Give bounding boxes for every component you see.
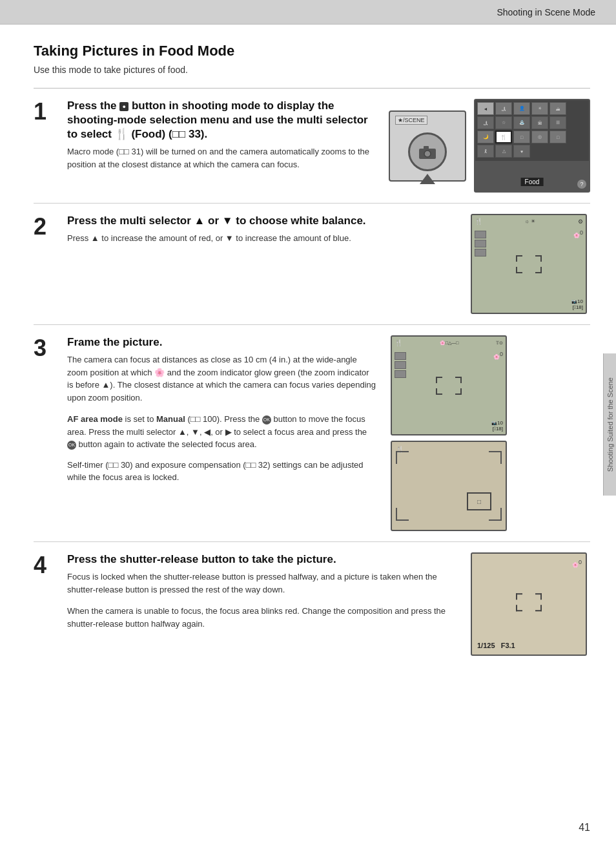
menu-cell: ◄ [477,102,494,115]
vf-bottom-2: 📷10 [𝒣18] [475,299,583,310]
step-2-content: Press the multi selector ▲ or ▼ to choos… [67,214,457,245]
step-4-body1: Focus is locked when the shutter-release… [67,571,457,596]
step-3-heading: Frame the picture. [67,335,377,350]
manual-focus-box: □ [467,492,491,510]
header-title: Shooting in Scene Mode [497,7,595,17]
wb-icons-3a: 🌸□△―□ [440,341,458,346]
viewfinder-step3b: 🍴 □ [391,441,507,531]
step-4-number: 4 [34,554,57,577]
macro-icon-4: 🌸0 [572,559,582,568]
focus-bracket-3a [436,377,462,395]
menu-row-2: 🌙 🍴 □ ◎ □ [477,131,587,143]
side-tab-text: Shooting Suited for the Scene [606,377,614,472]
step-4-heading: Press the shutter-release button to take… [67,552,457,567]
camera-button-icon: ● [119,102,128,111]
food-icon-vf: 🍴 [475,218,482,225]
step-1-content: Press the ● button in shooting mode to d… [67,99,378,171]
menu-cell: ☰ [549,116,566,129]
image-size-icon-3a: 📷 [491,421,497,425]
main-content: Taking Pictures in Food Mode Use this mo… [0,25,616,849]
sidebar-icon [395,361,406,369]
sidebar-icon [475,240,486,247]
menu-cell: 🏞 [477,116,494,129]
focus-area-center-4 [516,593,542,611]
camera-svg [418,144,437,160]
menu-cell: 🏞 [495,102,512,115]
viewfinder-step2: 🍴 ☼ ☀ ⚙ 🌸0 [471,214,587,314]
macro-icon-3a: 🌸0 [493,351,503,360]
menu-cell: ⛲ [513,116,530,129]
menu-cell: ⛰ [549,102,566,115]
gear-icon-vf: ⚙ [578,218,583,225]
left-sidebar-2 [475,231,486,257]
step-1-heading: Press the ● button in shooting mode to d… [67,99,378,142]
menu-cell: □ [513,131,530,143]
menu-cell: ☀ [531,102,548,115]
wb-icons: ☼ ☀ [525,218,536,224]
sidebar-icon [395,370,406,378]
step-1-body: Macro mode (□□ 31) will be turned on and… [67,145,378,171]
focus-area-center-2 [516,255,542,273]
menu-cell: ◎ [531,131,548,143]
focus-bracket-4 [516,593,542,611]
subtitle: Use this mode to take pictures of food. [34,65,590,75]
viewfinder-step3a: 🍴 🌸□△―□ 𝕋⊙ 🌸0 [391,335,507,435]
sidebar-icon [475,249,486,257]
menu-grid-container: ◄ 🏞 👤 ☀ ⛰ 🏞 ☆ ⛲ 🏛 ☰ [475,100,589,161]
menu-cell: 🎗 [477,145,494,158]
svg-rect-2 [424,146,429,149]
header-bar: Shooting in Scene Mode [0,0,616,25]
menu-cell: △ [495,145,512,158]
ok-button-icon-2: OK [67,441,76,450]
step-4-row: 4 Press the shutter-release button to ta… [34,542,590,666]
frame-corner-tr [489,451,502,464]
timer-icon-3a: 𝕋⊙ [496,341,503,346]
step-2-row: 2 Press the multi selector ▲ or ▼ to cho… [34,204,590,325]
menu-cell: ♥ [513,145,530,158]
page-number: 41 [579,822,590,833]
step-3-number: 3 [34,337,57,360]
question-mark-icon: ? [577,180,586,189]
mode-selector-image: ★/SCENE [389,110,466,182]
step-2-body: Press ▲ to increase the amount of red, o… [67,232,457,245]
viewfinder-step4: 🌸0 1/125 F3.1 [471,552,587,656]
camera-dial [408,120,447,184]
menu-cell: 🏛 [531,116,548,129]
food-icon-label: 🍴 [115,128,128,140]
sidebar-icon [475,231,486,238]
image-counter-3a: 📷10 [𝒣18] [491,420,503,432]
step-2-number: 2 [34,215,57,238]
food-icon-3a: 🍴 [395,339,402,346]
step-3-body-self: Self-timer (□□ 30) and exposure compensa… [67,459,377,484]
ok-button-icon-1: OK [262,415,271,424]
step-3-row: 3 Frame the picture. The camera can focu… [34,325,590,542]
menu-grid-image: ◄ 🏞 👤 ☀ ⛰ 🏞 ☆ ⛲ 🏛 ☰ [474,99,590,193]
scene-label: ★/SCENE [395,116,427,125]
arrow-up-icon [420,174,435,184]
step-3-body-af: AF area mode is set to Manual (□□ 100). … [67,413,377,451]
step-2-images: 🍴 ☼ ☀ ⚙ 🌸0 [467,214,590,314]
macro-icon: 🌸0 [573,229,583,238]
step-1-images: ★/SCENE [389,99,590,193]
shutter-display: 1/125 F3.1 [477,642,515,649]
vf-top-bar-2: 🍴 ☼ ☀ ⚙ [475,218,583,225]
camera-dial-circle [408,132,447,171]
side-tab: Shooting Suited for the Scene [603,353,616,496]
vf-top-bar-3a: 🍴 🌸□△―□ 𝕋⊙ [395,339,503,346]
menu-cell-food: 🍴 [495,131,512,143]
frame-corner-bl [396,508,409,521]
step-3-body-main: The camera can focus at distances as clo… [67,353,377,404]
step-1-row: 1 Press the ● button in shooting mode to… [34,89,590,204]
vf-bottom-3a: 📷10 [𝒣18] [395,420,503,432]
page-title: Taking Pictures in Food Mode [34,43,590,59]
step-4-content: Press the shutter-release button to take… [67,552,457,630]
sidebar-icon [395,352,406,360]
step-4-images: 🌸0 1/125 F3.1 [467,552,590,656]
menu-cell: 🌙 [477,131,494,143]
frame-corner-tl [396,451,409,464]
menu-row-0: ◄ 🏞 👤 ☀ ⛰ [477,102,587,115]
step-1-number: 1 [34,100,57,123]
step-4-body2: When the camera is unable to focus, the … [67,605,457,630]
menu-row-3: 🎗 △ ♥ [477,145,587,158]
menu-row-1: 🏞 ☆ ⛲ 🏛 ☰ [477,116,587,129]
